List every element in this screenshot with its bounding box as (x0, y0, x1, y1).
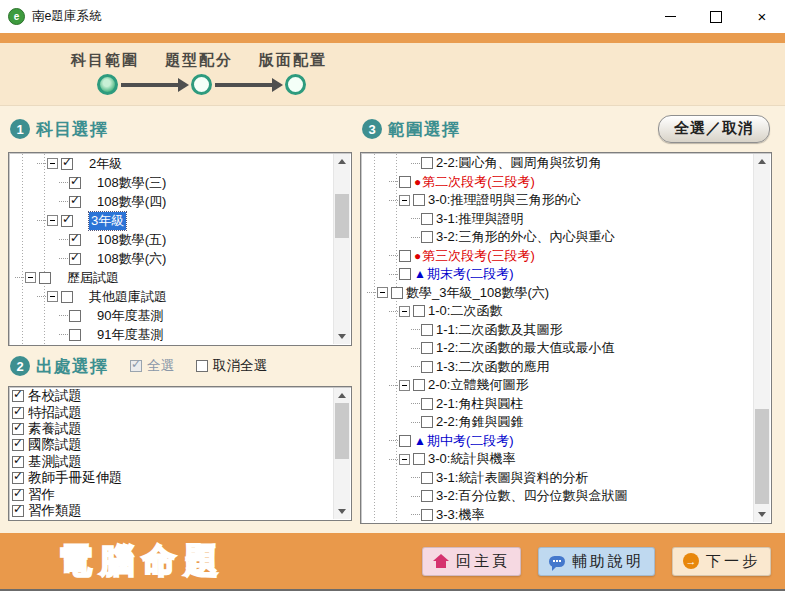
tree-item[interactable]: ●第二次段考(三段考) (362, 173, 754, 192)
tree-item[interactable]: ▲期末考(二段考) (362, 265, 754, 284)
checkbox[interactable] (12, 472, 24, 484)
checkbox[interactable] (421, 157, 433, 169)
tree-item[interactable]: 2-2:角錐與圓錐 (362, 413, 754, 432)
checkbox[interactable] (69, 196, 81, 208)
tree-item-label[interactable]: 1-0:二次函數 (428, 302, 502, 320)
tree-item-label[interactable]: 2-1:角柱與圓柱 (436, 395, 523, 413)
list-item-label[interactable]: 國際試題 (28, 436, 82, 454)
checkbox[interactable] (399, 250, 411, 262)
checkbox[interactable] (69, 329, 81, 341)
tree-item-label[interactable]: 108數學(三) (97, 174, 166, 192)
close-button[interactable]: × (739, 0, 785, 33)
tree-item[interactable]: 數學_3年級_108數學(六) (362, 284, 754, 303)
checkbox[interactable] (12, 423, 24, 435)
tree-item-label[interactable]: 數學_3年級_108數學(六) (406, 284, 549, 302)
scroll-up-icon[interactable] (334, 388, 350, 403)
tree-item[interactable]: 1-0:二次函數 (362, 302, 754, 321)
select-all-toggle-button[interactable]: 全選／取消 (658, 115, 770, 143)
checkbox[interactable] (61, 215, 73, 227)
tree-item-label[interactable]: 108數學(六) (97, 250, 166, 268)
list-item[interactable]: 各校試題 (10, 388, 334, 404)
tree-item[interactable]: 2年級 (10, 154, 334, 173)
list-item[interactable]: 習作 (10, 486, 334, 502)
list-item-label[interactable]: 習作類題 (28, 502, 82, 519)
tree-item-label[interactable]: 2-2:角錐與圓錐 (436, 413, 523, 431)
scroll-down-icon[interactable] (334, 504, 350, 519)
checkbox[interactable] (196, 360, 208, 372)
list-item[interactable]: 教師手冊延伸題 (10, 470, 334, 486)
tree-item[interactable]: 3年級 (10, 211, 334, 230)
scrollbar-thumb[interactable] (335, 403, 349, 459)
scrollbar[interactable] (333, 388, 350, 519)
tree-item[interactable]: 2-1:角柱與圓柱 (362, 395, 754, 414)
deselect-all-checkbox[interactable]: 取消全選 (196, 357, 267, 375)
scrollbar-thumb[interactable] (335, 194, 349, 238)
checkbox[interactable] (399, 176, 411, 188)
home-button[interactable]: 回主頁 (422, 547, 521, 576)
collapse-icon[interactable] (399, 380, 410, 391)
tree-item[interactable]: 108數學(四) (10, 192, 334, 211)
scroll-down-icon[interactable] (334, 329, 350, 344)
tree-item[interactable]: 3-1:推理與證明 (362, 210, 754, 229)
checkbox[interactable] (39, 272, 51, 284)
checkbox[interactable] (421, 509, 433, 521)
checkbox[interactable] (413, 194, 425, 206)
list-item[interactable]: 習作類題 (10, 503, 334, 519)
checkbox[interactable] (12, 407, 24, 419)
collapse-icon[interactable] (377, 287, 388, 298)
list-item-label[interactable]: 習作 (28, 486, 55, 504)
tree-item-label[interactable]: 3-0:統計與機率 (428, 450, 515, 468)
checkbox[interactable] (421, 324, 433, 336)
checkbox[interactable] (61, 291, 73, 303)
next-step-button[interactable]: → 下一步 (672, 547, 771, 576)
tree-item[interactable]: 其他題庫試題 (10, 287, 334, 306)
collapse-icon[interactable] (47, 215, 58, 226)
checkbox[interactable] (130, 360, 142, 372)
checkbox[interactable] (413, 379, 425, 391)
list-item-label[interactable]: 教師手冊延伸題 (28, 469, 123, 487)
tree-item[interactable]: 2-2:圓心角、圓周角與弦切角 (362, 154, 754, 173)
tree-item-label[interactable]: 3-2:三角形的外心、內心與重心 (436, 228, 614, 246)
tree-item[interactable]: 3-0:推理證明與三角形的心 (362, 191, 754, 210)
tree-item-label[interactable]: 90年度基測 (97, 307, 163, 325)
tree-item[interactable]: ●第三次段考(三段考) (362, 247, 754, 266)
tree-item-label[interactable]: 108數學(五) (97, 231, 166, 249)
collapse-icon[interactable] (399, 306, 410, 317)
checkbox[interactable] (421, 490, 433, 502)
tree-item-label[interactable]: ●第三次段考(三段考) (414, 247, 535, 265)
help-button[interactable]: 輔助說明 (538, 547, 655, 576)
maximize-button[interactable] (693, 0, 739, 33)
list-item[interactable]: 素養試題 (10, 421, 334, 437)
tree-item-label[interactable]: 歷屆試題 (67, 269, 119, 287)
tree-item-label[interactable]: 2-2:圓心角、圓周角與弦切角 (436, 154, 601, 172)
tree-item[interactable]: 歷屆試題 (10, 268, 334, 287)
scrollbar-track[interactable] (334, 169, 350, 329)
list-item[interactable]: 基測試題 (10, 454, 334, 470)
tree-item-label[interactable]: ●第二次段考(三段考) (414, 173, 535, 191)
tree-item[interactable]: 108數學(五) (10, 230, 334, 249)
tree-item[interactable]: 3-1:統計表圖與資料的分析 (362, 469, 754, 488)
tree-item[interactable]: 108數學(六) (10, 249, 334, 268)
tree-item-label[interactable]: 3年級 (89, 212, 126, 230)
tree-item-label[interactable]: 1-2:二次函數的最大值或最小值 (436, 339, 614, 357)
tree-item[interactable]: 90年度基測 (10, 306, 334, 325)
checkbox[interactable] (421, 213, 433, 225)
checkbox[interactable] (12, 439, 24, 451)
tree-item[interactable]: 3-3:機率 (362, 506, 754, 523)
scrollbar-track[interactable] (334, 403, 350, 504)
checkbox[interactable] (421, 398, 433, 410)
list-item[interactable]: 國際試題 (10, 437, 334, 453)
tree-item-label[interactable]: 91年度基測 (97, 326, 163, 344)
tree-item[interactable]: 1-3:二次函數的應用 (362, 358, 754, 377)
tree-item-label[interactable]: ▲期中考(二段考) (414, 432, 514, 450)
tree-item-label[interactable]: 3-3:機率 (436, 506, 484, 522)
list-item-label[interactable]: 素養試題 (28, 420, 82, 438)
collapse-icon[interactable] (399, 454, 410, 465)
tree-item[interactable]: 3-0:統計與機率 (362, 450, 754, 469)
checkbox[interactable] (421, 472, 433, 484)
tree-item-label[interactable]: 其他題庫試題 (89, 288, 167, 306)
checkbox[interactable] (421, 361, 433, 373)
minimize-button[interactable] (647, 0, 693, 33)
checkbox[interactable] (421, 416, 433, 428)
collapse-icon[interactable] (25, 272, 36, 283)
